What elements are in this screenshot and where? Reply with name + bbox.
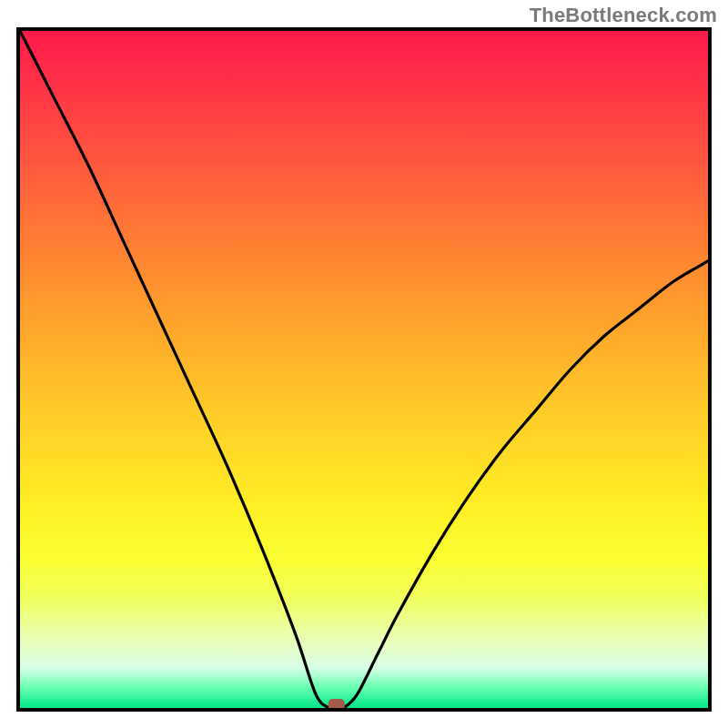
chart-container: TheBottleneck.com — [0, 0, 728, 728]
optimum-marker — [329, 699, 345, 708]
bottleneck-curve-path — [20, 31, 708, 708]
curve-layer — [20, 31, 708, 708]
plot-area — [16, 27, 712, 712]
watermark-text: TheBottleneck.com — [530, 4, 717, 27]
